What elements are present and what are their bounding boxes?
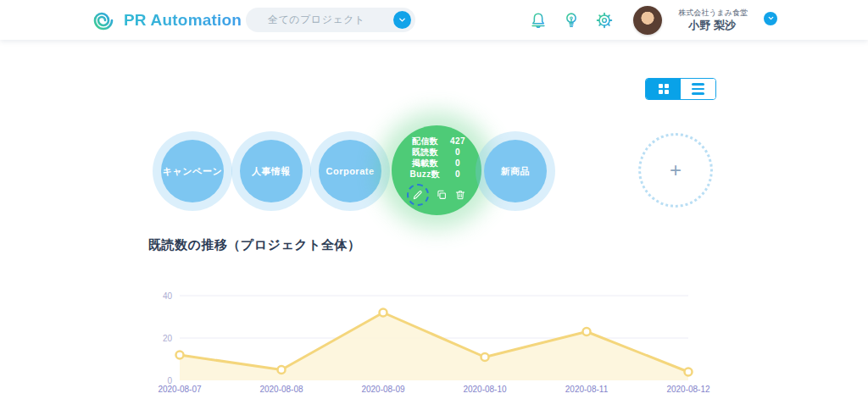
stat-label: 掲載数 — [408, 158, 442, 169]
bell-button[interactable] — [529, 11, 548, 30]
svg-text:40: 40 — [163, 291, 173, 301]
svg-text:2020-08-11: 2020-08-11 — [565, 385, 609, 394]
svg-text:0: 0 — [167, 376, 172, 385]
trash-icon — [454, 189, 466, 201]
svg-text:2020-08-12: 2020-08-12 — [666, 385, 710, 394]
list-view-button[interactable] — [681, 79, 715, 99]
project-bubble-corporate[interactable]: Corporate — [319, 140, 381, 202]
edit-focus-ring — [407, 184, 429, 206]
avatar[interactable] — [633, 6, 662, 35]
edit-button[interactable] — [412, 189, 424, 201]
gear-button[interactable] — [595, 11, 614, 30]
project-bubble-new-product[interactable]: 新商品 — [484, 140, 547, 202]
active-bubble-stats: 配信数427 既読数0 掲載数0 Buzz数0 — [408, 136, 465, 180]
copy-icon — [436, 189, 448, 201]
chevron-down-icon — [767, 14, 775, 22]
bulb-icon — [562, 11, 581, 30]
project-bubble-active[interactable]: 配信数427 既読数0 掲載数0 Buzz数0 — [392, 125, 481, 215]
bubble-actions — [407, 184, 466, 206]
chevron-down-icon[interactable] — [393, 11, 411, 29]
logo: PR Automation — [90, 7, 242, 34]
svg-text:2020-08-07: 2020-08-07 — [158, 385, 202, 394]
svg-text:20: 20 — [163, 334, 173, 343]
svg-text:2020-08-09: 2020-08-09 — [361, 385, 405, 394]
user-menu-button[interactable] — [764, 12, 777, 25]
grid-view-button[interactable] — [646, 79, 681, 99]
stat-label: Buzz数 — [408, 169, 442, 180]
stat-value: 0 — [450, 158, 465, 169]
stat-value: 427 — [450, 136, 465, 147]
plus-icon: + — [670, 158, 682, 182]
bulb-button[interactable] — [562, 11, 581, 30]
svg-text:2020-08-08: 2020-08-08 — [259, 385, 303, 394]
bell-icon — [529, 11, 548, 30]
delete-button[interactable] — [454, 189, 466, 201]
user-company: 株式会社うまみ食堂 — [678, 8, 748, 18]
project-selector-value: 全てのプロジェクト — [268, 13, 365, 27]
project-label: Corporate — [326, 166, 374, 176]
stat-label: 既読数 — [408, 147, 442, 158]
add-project-button[interactable]: + — [638, 133, 713, 208]
duplicate-button[interactable] — [436, 189, 448, 201]
project-bubble-campaign[interactable]: キャンペーン — [161, 140, 224, 202]
pencil-icon — [412, 189, 424, 201]
user-name: 小野 梨沙 — [678, 18, 748, 33]
header: PR Automation 全てのプロジェクト — [0, 0, 868, 40]
stat-value: 0 — [450, 169, 465, 180]
project-label: 新商品 — [501, 165, 531, 178]
svg-text:2020-08-10: 2020-08-10 — [463, 385, 507, 394]
logo-text: PR Automation — [124, 11, 242, 30]
stat-label: 配信数 — [408, 136, 442, 147]
stat-value: 0 — [450, 147, 465, 158]
list-icon — [692, 83, 704, 95]
user-info: 株式会社うまみ食堂 小野 梨沙 — [678, 8, 748, 33]
view-toggle — [645, 78, 716, 100]
gear-icon — [595, 11, 614, 30]
logo-spiral-icon — [90, 7, 117, 34]
project-selector[interactable]: 全てのプロジェクト — [246, 8, 415, 32]
grid-icon — [659, 84, 669, 94]
header-actions: 株式会社うまみ食堂 小野 梨沙 — [529, 0, 777, 40]
project-label: キャンペーン — [163, 165, 222, 178]
project-bubble-hr[interactable]: 人事情報 — [240, 140, 303, 202]
project-label: 人事情報 — [252, 165, 291, 178]
trend-chart: 020402020-08-072020-08-082020-08-092020-… — [148, 281, 742, 399]
trend-chart-svg: 020402020-08-072020-08-082020-08-092020-… — [148, 281, 742, 399]
chart-title: 既読数の推移（プロジェクト全体） — [148, 237, 360, 253]
